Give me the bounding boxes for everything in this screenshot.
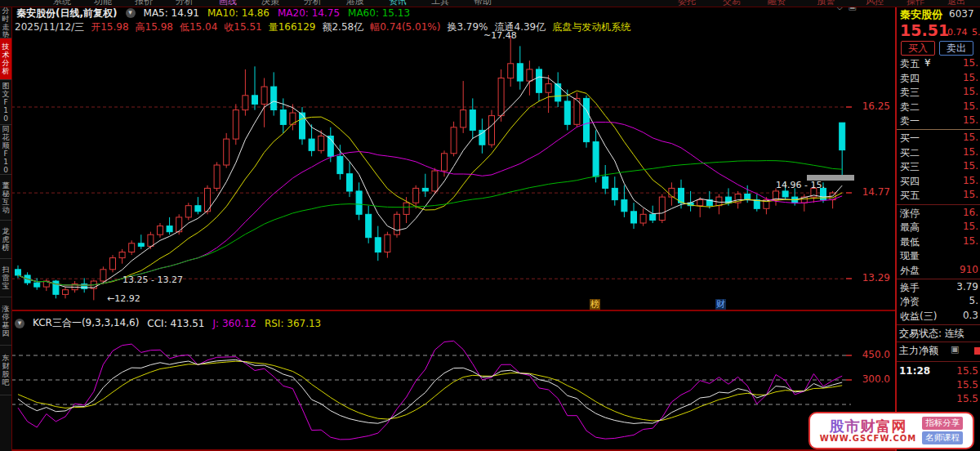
quote-row-label: 买五 (900, 189, 920, 203)
axis-tick (846, 379, 852, 381)
panel-divider (897, 129, 980, 130)
event-marker[interactable]: 财 (715, 299, 726, 310)
axis-tick (846, 192, 852, 194)
quote-row-label: 换手 (900, 281, 920, 295)
sidebar-item-同花顺F10[interactable]: 同 花 顺 F 1 0 (0, 125, 11, 175)
quote-row-value: 15. (938, 72, 978, 83)
quote-row-label: 买一 (900, 132, 920, 145)
menu-item[interactable]: 报价 (135, 0, 153, 7)
sidebar-item-董秘互动[interactable]: 董 秘 互 动 (0, 175, 11, 221)
quote-row-value: 3.79 (938, 281, 978, 292)
indicator-header: ▾ KCR三合一(9,3,3,14,6) CCI: 413.51 J: 360.… (15, 316, 321, 330)
menu-item[interactable]: 退出 (947, 0, 965, 7)
quote-row-value: 15. (938, 114, 978, 126)
sell-button[interactable]: 卖出 (939, 41, 973, 56)
watermark-badge[interactable]: 名师课程 (922, 431, 963, 444)
sidebar-item-东财股吧[interactable]: 东 财 股 吧 (0, 346, 11, 395)
axis-label: 16.25 (853, 100, 890, 112)
info-segment: 换3.79% (447, 20, 488, 32)
panel-last-price: 15.51 (900, 21, 949, 39)
menu-item[interactable]: 操作 (906, 0, 924, 7)
quote-row-label: 卖三 (900, 86, 920, 100)
menu-item[interactable]: 画线 (219, 0, 237, 7)
sidebar-item-涨停基因[interactable]: 涨 停 基 因 (0, 297, 11, 346)
menu-item[interactable]: 功能 (94, 0, 112, 7)
menu-item[interactable]: 港股 (346, 0, 364, 7)
trade-status: 交易状态: 连续 (899, 327, 964, 341)
quote-row-label: 外盘 (900, 264, 920, 278)
stock-title: 秦安股份(日线,前复权) (16, 7, 118, 20)
sidebar-item-分时走势[interactable]: 分 时 走 势 (0, 7, 11, 38)
menu-item[interactable]: 交易 (723, 0, 741, 7)
menu-item[interactable]: 分析 (176, 0, 194, 7)
quote-row-label: 涨停 (900, 207, 920, 221)
menu-item[interactable]: 预警 (817, 0, 835, 7)
sidebar-item-图文F10[interactable]: 图 文 F 1 0 (0, 80, 11, 125)
quote-row-value: 0.3 (938, 310, 978, 321)
watermark-title-char: 财 (861, 418, 876, 435)
quote-row-value: 15. (938, 235, 978, 247)
sidebar-item-技术分析[interactable]: 技 术 分 析 (0, 38, 11, 80)
oscillator-chart[interactable] (11, 329, 851, 451)
watermark-badges: 指标分享名师课程 (922, 415, 963, 446)
quote-row-label: 卖五 (900, 57, 920, 71)
watermark-badge[interactable]: 指标分享 (922, 417, 963, 430)
price-annotation: 13.25 - 13.27 (122, 275, 183, 285)
panel-change-pct: 5. (972, 27, 980, 38)
panel-divider (897, 342, 980, 342)
menu-item[interactable]: 决策 (261, 0, 279, 7)
price-annotation: 14.96 - 15. (776, 180, 825, 190)
mini-window-icon[interactable]: ▣ (951, 344, 959, 355)
quote-row-label: 买二 (900, 146, 920, 160)
axis-tick (846, 106, 852, 108)
info-segment: 额2.58亿 (322, 20, 363, 32)
axis-label: 13.29 (853, 272, 890, 284)
watermark-title-char: 富 (876, 418, 892, 435)
menu-item[interactable]: 系统 (53, 0, 71, 7)
info-segment: 开15.98 (91, 20, 128, 32)
watermark-title-char: 网 (892, 418, 907, 435)
quote-row-value: 15. (938, 100, 978, 112)
quote-row-label: 净资 (900, 295, 920, 309)
menu-item[interactable]: 风控 (866, 0, 884, 7)
quote-panel: 秦安股份 6037 15.51 0.74 5. 买入 卖出 卖五¥15.卖四15… (897, 7, 980, 451)
sidebar-item-龙虎榜[interactable]: 龙 虎 榜 (0, 221, 11, 259)
quote-row-value: 15. (938, 57, 978, 69)
candlestick-chart[interactable] (11, 33, 851, 310)
chevron-down-icon[interactable]: ▾ (126, 8, 136, 18)
watermark-title: 股市财富网 (820, 418, 916, 434)
watermark-title-char: 市 (845, 418, 861, 435)
axis-tick (846, 355, 852, 356)
event-marker[interactable]: 榜 (590, 299, 600, 310)
menu-item[interactable]: 融资 (768, 0, 786, 7)
axis-label: 450.0 (853, 349, 890, 360)
panel-stock-name: 秦安股份 (900, 7, 942, 22)
panel-divider (897, 361, 980, 362)
menu-item[interactable]: 帮助 (474, 0, 492, 7)
cci-value: CCI: 413.51 (147, 318, 204, 329)
quote-row-label: 买四 (900, 175, 920, 189)
info-segment: 收15.51 (224, 20, 261, 32)
trade-price: 15.5 (939, 393, 978, 404)
quote-row-label: 收益(三) (900, 310, 937, 324)
top-menubar: 系统功能报价分析画线决策分析港股资讯工具帮助委托交易融资预警风控操作退出 (0, 0, 980, 7)
sidebar-item-扫雷宝[interactable]: 扫 雷 宝 (0, 259, 11, 297)
menu-item[interactable]: 分析 (304, 0, 322, 7)
buy-button[interactable]: 买入 (901, 41, 935, 56)
menu-item[interactable]: 委托 (678, 0, 696, 7)
main-flow-label: 主力净额 (899, 344, 938, 358)
rsi-value: RSI: 367.13 (265, 318, 321, 329)
menu-item[interactable]: 资讯 (389, 0, 407, 7)
quote-row-value: 15. (938, 221, 978, 232)
menu-item[interactable]: 工具 (431, 0, 449, 7)
quote-row-label: 卖一 (900, 114, 920, 128)
quote-row-value: 15. (938, 160, 978, 172)
watermark-url: WWW.GSCFW.COM (820, 434, 916, 443)
chevron-down-icon[interactable]: ▾ (15, 319, 24, 328)
price-annotation: ~17.48 (483, 30, 517, 41)
price-annotation: ←12.92 (107, 293, 140, 304)
ma-values: MA5: 14.91MA10: 14.86MA20: 14.75MA60: 15… (144, 7, 419, 19)
ma-label: MA10: 14.86 (207, 7, 270, 19)
left-tab-sidebar: 分 时 走 势技 术 分 析图 文 F 1 0同 花 顺 F 1 0董 秘 互 … (0, 7, 12, 451)
panel-divider (897, 204, 980, 205)
